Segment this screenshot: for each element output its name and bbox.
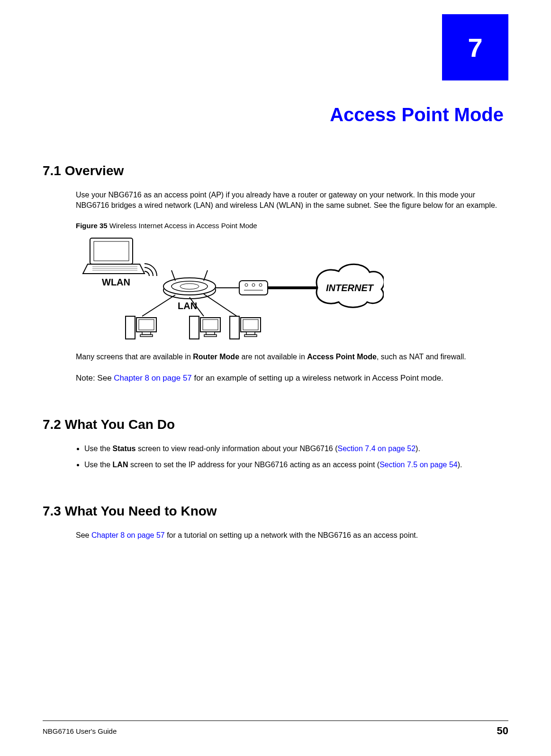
what-you-can-do-list: Use the Status screen to view read-only …	[76, 444, 499, 471]
text: ).	[416, 445, 420, 453]
figure-caption: Figure 35 Wireless Internet Access in Ac…	[76, 222, 508, 230]
chapter-title: Access Point Mode	[43, 104, 504, 125]
internet-cloud-icon: INTERNET	[316, 264, 384, 307]
list-item: Use the Status screen to view read-only …	[84, 444, 499, 454]
text: Use the	[84, 445, 113, 453]
wlan-label: WLAN	[102, 277, 130, 287]
text: ).	[458, 461, 462, 469]
overview-paragraph-2: Many screens that are available in Route…	[76, 352, 499, 362]
section-heading-7-3: 7.3 What You Need to Know	[43, 504, 508, 519]
svg-rect-1	[94, 241, 129, 261]
text: Many screens that are available in	[76, 353, 193, 361]
text-bold: Access Point Mode	[307, 353, 377, 361]
text: for a tutorial on setting up a network w…	[165, 531, 418, 539]
cross-ref-link[interactable]: Section 7.5 on page 54	[379, 461, 458, 469]
svg-point-8	[180, 284, 199, 289]
footer-guide-title: NBG6716 User's Guide	[43, 727, 117, 735]
note-text: Note: See Chapter 8 on page 57 for an ex…	[76, 373, 499, 384]
text: screen to view read-only information abo…	[136, 445, 338, 453]
text: Use the	[84, 461, 113, 469]
computer-icon	[190, 316, 220, 339]
svg-rect-11	[126, 316, 135, 339]
svg-rect-14	[142, 332, 151, 335]
text-bold: LAN	[113, 461, 128, 469]
svg-rect-18	[203, 320, 218, 330]
svg-rect-21	[230, 316, 239, 339]
text: screen to set the IP address for your NB…	[128, 461, 379, 469]
svg-rect-24	[246, 332, 255, 335]
connection-line	[204, 294, 237, 316]
connection-line	[142, 295, 175, 316]
svg-rect-15	[140, 335, 153, 337]
overview-paragraph-1: Use your NBG6716 as an access point (AP)…	[76, 190, 499, 211]
text: for an example of setting up a wireless …	[192, 374, 443, 382]
section-heading-7-2: 7.2 What You Can Do	[43, 417, 508, 432]
router-icon	[239, 281, 268, 295]
figure-label: Figure 35	[76, 222, 108, 230]
page-number: 50	[497, 725, 508, 737]
computer-icon	[230, 316, 261, 339]
list-item: Use the LAN screen to set the IP address…	[84, 460, 499, 470]
figure-title: Wireless Internet Access in Access Point…	[108, 222, 257, 230]
cross-ref-link[interactable]: Chapter 8 on page 57	[91, 531, 165, 539]
svg-rect-25	[244, 335, 257, 337]
wireless-signal-icon	[145, 264, 157, 276]
page-footer: NBG6716 User's Guide 50	[43, 720, 508, 737]
chapter-number: 7	[468, 32, 482, 63]
section-heading-7-1: 7.1 Overview	[43, 163, 508, 178]
text: See	[76, 531, 91, 539]
cross-ref-link[interactable]: Section 7.4 on page 52	[338, 445, 416, 453]
svg-line-9	[172, 270, 175, 281]
text-bold: Status	[113, 445, 136, 453]
svg-rect-20	[204, 335, 217, 337]
figure-diagram: WLAN LAN	[81, 233, 384, 342]
text: are not available in	[239, 353, 307, 361]
svg-rect-23	[243, 320, 258, 330]
chapter-badge: CHAPTER 7	[442, 14, 508, 80]
access-point-icon	[163, 270, 216, 299]
laptop-icon	[83, 238, 145, 274]
text: Note: See	[76, 374, 114, 382]
text-bold: Router Mode	[193, 353, 239, 361]
svg-rect-26	[239, 281, 268, 295]
need-to-know-paragraph: See Chapter 8 on page 57 for a tutorial …	[76, 530, 499, 541]
network-diagram-svg: WLAN LAN	[81, 233, 384, 342]
computer-icon	[126, 316, 156, 339]
svg-line-10	[204, 270, 208, 281]
internet-label: INTERNET	[326, 283, 374, 293]
document-page: CHAPTER 7 Access Point Mode 7.1 Overview…	[0, 0, 551, 756]
text: , such as NAT and firewall.	[377, 353, 466, 361]
svg-rect-13	[139, 320, 154, 330]
cross-ref-link[interactable]: Chapter 8 on page 57	[114, 374, 191, 382]
svg-rect-19	[206, 332, 215, 335]
lan-label: LAN	[178, 301, 197, 311]
svg-rect-16	[190, 316, 199, 339]
text: Use your NBG6716 as an access point (AP)…	[76, 191, 497, 209]
